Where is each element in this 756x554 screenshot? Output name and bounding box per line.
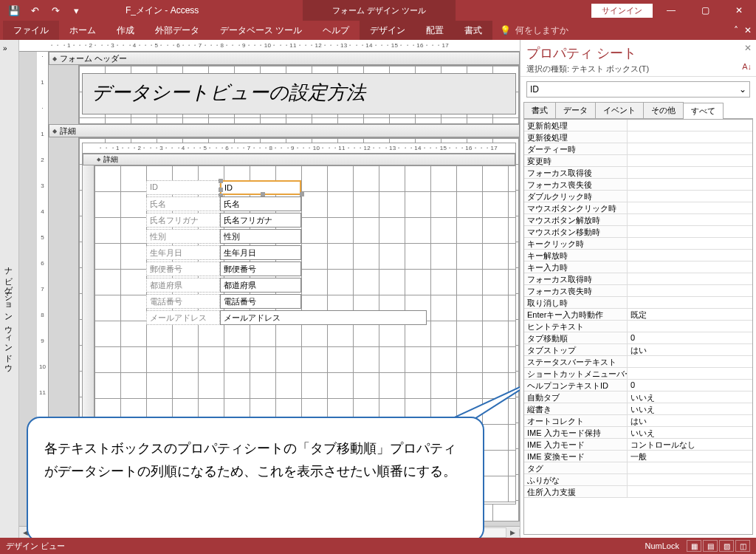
view-datasheet-icon[interactable]: ▤ — [703, 540, 718, 552]
ribbon: ファイル ホーム 作成 外部データ データベース ツール ヘルプ デザイン 配置… — [0, 21, 756, 40]
form-title-label[interactable]: データシートビューの設定方法 — [82, 73, 516, 114]
tab-dbtools[interactable]: データベース ツール — [210, 21, 312, 40]
field-label[interactable]: 氏名 — [146, 196, 220, 211]
scroll-right-icon[interactable]: ▶ — [506, 529, 520, 536]
property-row[interactable]: 自動タブいいえ — [524, 391, 752, 403]
tab-create[interactable]: 作成 — [106, 21, 145, 40]
property-row[interactable]: 更新後処理 — [524, 131, 752, 143]
field-textbox[interactable]: 氏名フリガナ — [220, 213, 301, 228]
property-row[interactable]: IME 入力モードコントロールなし — [524, 439, 752, 451]
property-row[interactable]: ダブルクリック時 — [524, 191, 752, 202]
property-row[interactable]: 更新前処理 — [524, 120, 752, 131]
property-row[interactable]: フォーカス取得後 — [524, 167, 752, 179]
redo-icon[interactable]: ↷ — [47, 2, 63, 18]
property-row[interactable]: 取り消し時 — [524, 297, 752, 309]
property-row[interactable]: オートコレクトはい — [524, 415, 752, 427]
chevron-down-icon: ⌄ — [739, 84, 746, 95]
statusbar: デザイン ビュー NumLock ▦ ▤ ▧ ◫ — [0, 538, 756, 554]
property-tab[interactable]: 書式 — [523, 102, 556, 118]
field-label[interactable]: 都道府県 — [146, 278, 220, 293]
subform-ruler: ・・・1・・・2・・・3・・・4・・・5・・・6・・・7・・・8・・・9・・・1… — [83, 143, 515, 154]
property-row[interactable]: 縦書きいいえ — [524, 403, 752, 415]
field-label[interactable]: 電話番号 — [146, 294, 220, 309]
property-object-dropdown[interactable]: ID ⌄ — [526, 81, 750, 98]
section-detail[interactable]: 詳細 — [49, 124, 520, 137]
field-textbox[interactable]: メールアドレス — [220, 310, 427, 325]
ribbon-collapse-icon[interactable]: ˄ — [734, 25, 738, 35]
tab-file[interactable]: ファイル — [3, 21, 59, 40]
maximize-icon[interactable]: ▢ — [688, 0, 722, 21]
field-textbox[interactable]: 氏名 — [220, 196, 301, 211]
property-row[interactable]: キークリック時 — [524, 238, 752, 250]
contextual-tool-title: フォーム デザイン ツール — [303, 0, 456, 21]
property-tab[interactable]: すべて — [683, 103, 724, 119]
tab-external[interactable]: 外部データ — [145, 21, 210, 40]
tab-format[interactable]: 書式 — [454, 21, 492, 40]
property-row[interactable]: フォーカス取得時 — [524, 273, 752, 285]
property-row[interactable]: フォーカス喪失時 — [524, 285, 752, 297]
callout-text: 各テキストボックスのプロパティシートの「タブ移動順」プロパティがデータシートの列… — [44, 441, 456, 479]
property-row[interactable]: Enterキー入力時動作既定 — [524, 309, 752, 321]
qat-customize-icon[interactable]: ▾ — [68, 2, 84, 18]
property-tabs: 書式データイベントその他すべて — [523, 102, 753, 119]
field-label[interactable]: 性別 — [146, 229, 220, 244]
property-row[interactable]: IME 入力モード保持いいえ — [524, 427, 752, 439]
property-row[interactable]: タブ移動順0 — [524, 332, 752, 344]
window-close-icon[interactable]: ✕ — [744, 25, 752, 35]
property-row[interactable]: フォーカス喪失後 — [524, 179, 752, 191]
property-row[interactable]: マウスボタンクリック時 — [524, 202, 752, 214]
field-label[interactable]: 生年月日 — [146, 245, 220, 260]
field-textbox[interactable]: 郵便番号 — [220, 261, 301, 276]
tell-me[interactable]: 💡 何をしますか — [492, 24, 568, 37]
property-row[interactable]: ヘルプコンテキストID0 — [524, 380, 752, 391]
property-row[interactable]: キー解放時 — [524, 250, 752, 261]
property-row[interactable]: ヒントテキスト — [524, 321, 752, 332]
close-icon[interactable]: ✕ — [722, 0, 756, 21]
property-row[interactable]: ダーティー時 — [524, 143, 752, 155]
property-tab[interactable]: イベント — [595, 102, 644, 118]
property-tab[interactable]: データ — [555, 102, 596, 118]
subform-section-detail[interactable]: 詳細 — [83, 154, 515, 165]
status-numlock: NumLock — [645, 541, 679, 550]
property-row[interactable]: IME 変換モード一般 — [524, 451, 752, 462]
field-label[interactable]: 郵便番号 — [146, 261, 220, 276]
property-row[interactable]: マウスボタン解放時 — [524, 214, 752, 226]
view-design-icon[interactable]: ◫ — [735, 540, 750, 552]
field-textbox[interactable]: 生年月日 — [220, 245, 301, 260]
property-row[interactable]: 変更時 — [524, 155, 752, 167]
field-textbox[interactable]: 性別 — [220, 229, 301, 244]
tab-design[interactable]: デザイン — [360, 21, 416, 40]
property-row[interactable]: マウスボタン移動時 — [524, 226, 752, 238]
property-selected-object: ID — [530, 84, 539, 95]
tab-arrange[interactable]: 配置 — [416, 21, 454, 40]
field-textbox[interactable]: ID — [220, 180, 301, 195]
tab-home[interactable]: ホーム — [59, 21, 106, 40]
property-row[interactable]: キー入力時 — [524, 261, 752, 273]
section-form-header[interactable]: フォーム ヘッダー — [49, 52, 520, 65]
property-close-icon[interactable]: ✕ — [744, 43, 752, 53]
field-label[interactable]: メールアドレス — [146, 310, 220, 325]
expand-nav-icon[interactable]: » — [3, 44, 7, 52]
property-tab[interactable]: その他 — [643, 102, 684, 118]
property-sort-icon[interactable]: A↓ — [742, 62, 752, 71]
app-title: F_メイン - Access — [126, 4, 199, 17]
property-row[interactable]: 住所入力支援 — [524, 486, 752, 498]
property-grid[interactable]: 更新前処理更新後処理ダーティー時変更時フォーカス取得後フォーカス喪失後ダブルクリ… — [523, 119, 753, 535]
property-row[interactable]: ふりがな — [524, 474, 752, 486]
field-label[interactable]: 氏名フリガナ — [146, 213, 220, 228]
property-row[interactable]: ステータスバーテキスト — [524, 356, 752, 368]
field-textbox[interactable]: 電話番号 — [220, 294, 301, 309]
save-icon[interactable]: 💾 — [6, 2, 22, 18]
view-form-icon[interactable]: ▦ — [687, 540, 701, 552]
undo-icon[interactable]: ↶ — [27, 2, 43, 18]
nav-pane-collapsed[interactable]: » ナビゲーション ウィンドウ — [0, 40, 19, 538]
field-textbox[interactable]: 都道府県 — [220, 278, 301, 293]
property-row[interactable]: タブストップはい — [524, 344, 752, 356]
minimize-icon[interactable]: — — [654, 0, 688, 21]
tab-help[interactable]: ヘルプ — [312, 21, 360, 40]
signin-button[interactable]: サインイン — [591, 4, 653, 18]
view-layout-icon[interactable]: ▧ — [719, 540, 734, 552]
field-label[interactable]: ID — [146, 180, 220, 195]
property-row[interactable]: ショートカットメニューバー — [524, 368, 752, 380]
property-row[interactable]: タグ — [524, 462, 752, 474]
